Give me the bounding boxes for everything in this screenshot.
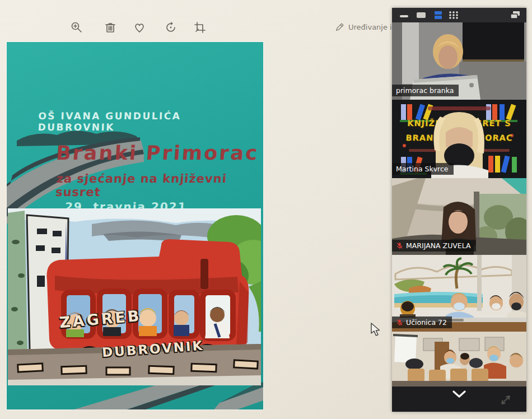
chevron-down-icon[interactable] (452, 390, 466, 399)
muted-mic-icon (396, 242, 403, 249)
edit-pencil-icon (335, 22, 344, 32)
delete-icon[interactable] (103, 20, 118, 35)
photo-viewer-toolbar (0, 15, 392, 40)
edit-create-label: Uređivanje i s (348, 23, 398, 31)
muted-mic-icon (396, 319, 403, 326)
desktop-screenshot: Uređivanje i s OŠ IVANA GUNDULIĆA DUBROV… (0, 0, 532, 419)
video-panel-header[interactable] (392, 8, 526, 22)
participant-tile-marijana-zuvela[interactable]: MARIJANA ZUVELA (392, 178, 526, 255)
participant-tile-ucionica-72[interactable]: Učionica 72 (392, 255, 526, 332)
participant-name-badge: MARIJANA ZUVELA (392, 240, 476, 252)
zoom-icon[interactable] (69, 20, 84, 35)
slide-school-name: OŠ IVANA GUNDULIĆA DUBROVNIK (38, 110, 240, 133)
participant-tile-martina-skvrce[interactable]: KNJIŽEVNI SUSRET S BRANKOM PRIMORAC Mart… (392, 100, 526, 178)
virtual-bg-text-line1: KNJIŽEVNI SUSRET S (392, 119, 526, 128)
participant-name: MARIJANA ZUVELA (406, 241, 471, 250)
participant-video-5 (392, 332, 526, 387)
edit-create-menu[interactable]: Uređivanje i s (335, 22, 398, 32)
mouse-cursor (370, 323, 382, 339)
restore-window-icon[interactable] (417, 12, 426, 18)
favorite-heart-icon[interactable] (132, 20, 147, 35)
video-call-panel: primorac branka (392, 8, 526, 412)
bus-painting-scene (8, 208, 261, 385)
participant-name-badge: Učionica 72 (392, 316, 452, 328)
virtual-bg-text-line2: BRANKOM PRIMORAC (392, 133, 526, 142)
participant-name-badge: primorac branka (392, 85, 459, 96)
resize-diagonal-icon (499, 393, 512, 409)
participant-name: Učionica 72 (406, 318, 447, 327)
participant-tile-classroom-2[interactable] (392, 332, 526, 387)
speaker-view-icon[interactable] (435, 11, 442, 19)
participant-name: Martina Skvrce (396, 165, 449, 173)
presentation-slide: OŠ IVANA GUNDULIĆA DUBROVNIK Branki Prim… (7, 42, 263, 409)
crop-icon[interactable] (193, 20, 207, 35)
rotate-icon[interactable] (164, 20, 178, 35)
bus-painting: ZAGREB DUBROVNIK (8, 208, 261, 385)
minimize-icon[interactable] (400, 15, 408, 17)
slide-subtitle: za sjećanje na književni susret (55, 172, 264, 199)
exit-fullscreen-icon[interactable] (511, 11, 520, 18)
participant-name: primorac branka (396, 86, 454, 95)
participant-name-badge: Martina Skvrce (392, 163, 454, 175)
slide-title: Branki Primorac (55, 142, 260, 164)
participant-tile-primorac-branka[interactable]: primorac branka (392, 22, 526, 100)
gallery-view-icon[interactable] (449, 11, 458, 19)
